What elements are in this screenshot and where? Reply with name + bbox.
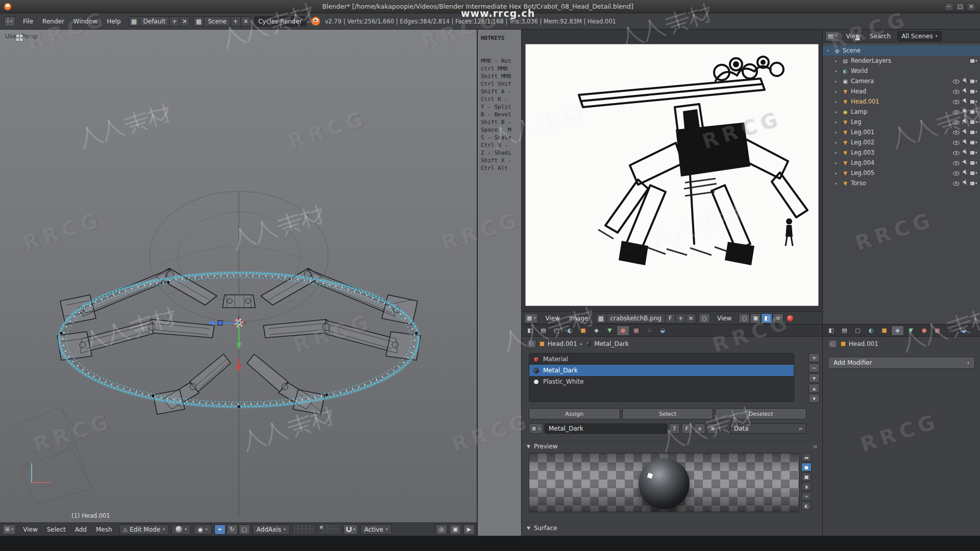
render-engine-select[interactable]: Cycles Render: [254, 16, 306, 27]
visibility-eye-icon[interactable]: [952, 78, 960, 84]
properties-tab[interactable]: ■: [577, 325, 590, 336]
expand-icon[interactable]: ▸: [835, 130, 840, 135]
orientation-select[interactable]: AddAxis ▾: [253, 524, 290, 535]
surface-panel-header[interactable]: ▼ Surface: [522, 522, 823, 533]
viewport-menu[interactable]: View: [18, 526, 42, 533]
properties-tab[interactable]: ◒: [656, 325, 669, 336]
expand-icon[interactable]: ▸: [835, 120, 840, 124]
outliner-item[interactable]: ▸ Leg.002: [823, 137, 980, 147]
outliner-item[interactable]: ▸ Head.001: [823, 96, 980, 107]
outliner-item[interactable]: ▸ Leg.001: [823, 127, 980, 137]
pivot-select[interactable]: ◉ ▾: [193, 524, 212, 535]
editor-type-button[interactable]: ⊞ ▾: [3, 524, 16, 535]
selectability-cursor-icon[interactable]: [961, 109, 968, 115]
image-canvas[interactable]: [522, 30, 823, 311]
visibility-eye-icon[interactable]: [952, 139, 960, 145]
deselect-button[interactable]: Deselect: [715, 408, 806, 419]
menu-item[interactable]: File: [18, 18, 38, 25]
opengl-render-button[interactable]: ▣: [450, 524, 461, 535]
proportional-edit-button[interactable]: ◎: [436, 524, 447, 535]
preview-panel-header[interactable]: ▼ Preview ≡: [522, 441, 823, 451]
properties-tab[interactable]: ▤: [537, 325, 550, 336]
opengl-render-anim-button[interactable]: ▶: [463, 524, 475, 535]
visibility-eye-icon[interactable]: [952, 180, 960, 186]
properties-editor-modifier[interactable]: ◧▤▢◐■◆▼●▦∴◒ ○ Head.001 Add Modifier ▾: [823, 324, 980, 536]
channel-button[interactable]: ▣: [750, 313, 761, 323]
shading-select[interactable]: ▾: [172, 524, 191, 535]
visibility-eye-icon[interactable]: [952, 88, 960, 94]
channel-button[interactable]: ◧: [761, 313, 772, 323]
visibility-eye-icon[interactable]: [952, 149, 960, 156]
expand-icon[interactable]: ▸: [835, 181, 840, 186]
material-name-field[interactable]: Metal_Dark: [545, 423, 667, 434]
move-slot-down-button[interactable]: ▾: [808, 394, 820, 403]
selectability-cursor-icon[interactable]: [961, 129, 968, 135]
new-image-button[interactable]: +: [675, 314, 685, 323]
material-slot[interactable]: Material: [529, 354, 794, 365]
properties-tab[interactable]: ▤: [838, 325, 851, 336]
material-slot[interactable]: Plastic_White: [529, 376, 794, 387]
visibility-eye-icon[interactable]: [952, 170, 960, 176]
manipulator-scale-button[interactable]: ▢: [239, 524, 250, 535]
outliner-item[interactable]: ▸ Leg.005: [823, 168, 980, 178]
editor-type-button[interactable]: ▤ ▾: [825, 31, 839, 41]
add-slot-button[interactable]: +: [808, 353, 820, 362]
editor-type-button[interactable]: i ▾: [4, 16, 15, 27]
image-editor-menu[interactable]: View: [541, 315, 564, 322]
selectability-cursor-icon[interactable]: [961, 170, 968, 176]
expand-icon[interactable]: ▸: [835, 59, 840, 63]
render-camera-icon[interactable]: [970, 58, 977, 64]
outliner-item[interactable]: ▸ World: [823, 66, 980, 76]
properties-tab[interactable]: ▦: [630, 325, 643, 336]
add-modifier-select[interactable]: Add Modifier ▾: [828, 357, 975, 369]
unlink-image-button[interactable]: ✕: [685, 314, 696, 323]
outliner[interactable]: ▤ ▾ ViewSearch All Scenes ▾ ▾ Scene ▸ Re…: [823, 30, 980, 324]
selectability-cursor-icon[interactable]: [961, 180, 968, 186]
slot-specials-button[interactable]: ▾: [808, 373, 820, 383]
render-camera-icon[interactable]: [970, 139, 977, 145]
maximize-button[interactable]: □: [955, 3, 965, 11]
visibility-eye-icon[interactable]: [952, 109, 960, 115]
close-button[interactable]: ✕: [967, 3, 976, 11]
properties-tab[interactable]: ◐: [865, 325, 877, 336]
properties-editor-material[interactable]: ◧▤▢◐■◆▼●▦∴◒ ○ Head.001 ▸ Metal_Dark Mate…: [522, 324, 823, 536]
expand-icon[interactable]: ▸: [835, 99, 840, 104]
selectability-cursor-icon[interactable]: [961, 160, 968, 166]
delete-scene-button[interactable]: ✕: [240, 17, 251, 26]
viewport-menu[interactable]: Select: [42, 526, 70, 533]
material-browse-button[interactable]: ▾: [529, 423, 543, 434]
channel-button[interactable]: α: [772, 313, 783, 323]
snap-toggle-button[interactable]: ▾: [344, 524, 358, 535]
preview-mode-button[interactable]: ◗: [801, 482, 812, 491]
expand-icon[interactable]: ▸: [835, 69, 840, 73]
add-scene-button[interactable]: +: [230, 17, 240, 26]
outliner-item[interactable]: ▸ Leg: [823, 117, 980, 127]
properties-tab[interactable]: ▼: [904, 325, 917, 336]
properties-tab[interactable]: ◒: [958, 325, 970, 336]
panel-drag-icon[interactable]: ≡: [813, 443, 818, 450]
users-count-badge[interactable]: 7: [669, 423, 680, 434]
expand-icon[interactable]: ▸: [835, 79, 840, 84]
menu-item[interactable]: Render: [38, 18, 69, 25]
render-camera-icon[interactable]: [970, 119, 977, 125]
assign-button[interactable]: Assign: [529, 408, 620, 419]
snap-target-select[interactable]: Active ▾: [360, 524, 392, 535]
render-camera-icon[interactable]: [970, 88, 977, 94]
outliner-item[interactable]: ▸ Head: [823, 86, 980, 96]
pin-button[interactable]: ○: [699, 313, 710, 323]
menu-item[interactable]: Window: [69, 18, 102, 25]
material-slot[interactable]: Metal_Dark: [529, 365, 794, 376]
render-camera-icon[interactable]: [970, 98, 977, 105]
outliner-item[interactable]: ▸ Leg.004: [823, 158, 980, 168]
select-button[interactable]: Select: [622, 408, 714, 419]
preview-mode-button[interactable]: ▬: [801, 453, 812, 462]
fake-user-button[interactable]: F: [681, 423, 693, 434]
expand-icon[interactable]: ▸: [835, 171, 840, 176]
screen-layout-select[interactable]: ▦ Default + ✕: [129, 16, 190, 27]
manipulator-translate-button[interactable]: +: [214, 524, 226, 535]
image-view-menu[interactable]: View: [713, 315, 736, 322]
preview-mode-button[interactable]: ●: [801, 463, 812, 471]
link-data-select[interactable]: Data ⇄: [730, 423, 806, 434]
properties-tab[interactable]: ∴: [643, 325, 656, 336]
properties-tab[interactable]: ▦: [931, 325, 944, 336]
